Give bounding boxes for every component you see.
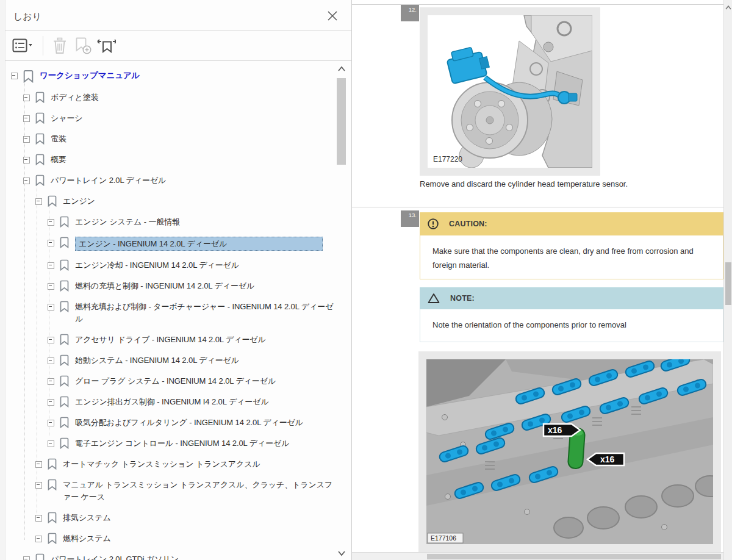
bookmark-item[interactable]: 電装 [5,129,336,149]
expand-toggle-icon[interactable] [23,136,30,143]
bookmark-label[interactable]: パワートレイン 2.0L ディーゼル [51,174,166,187]
bookmark-item[interactable]: 排気システム [5,508,336,528]
new-bookmark-icon[interactable] [73,37,93,55]
caution-text: Make sure that the components are clean,… [420,235,723,279]
expand-toggle-icon[interactable] [35,461,42,468]
close-icon[interactable] [326,10,339,22]
bookmark-label[interactable]: エンジン - INGENIUM 14 2.0L ディーゼル [75,237,323,251]
expand-toggle-icon[interactable] [48,357,54,364]
expand-toggle-icon[interactable] [35,515,42,522]
document-vertical-scrollbar[interactable] [723,0,732,560]
bookmark-label[interactable]: 始動システム - INGENIUM 14 2.0L ディーゼル [75,354,239,367]
note-text: Note the orientation of the components p… [420,309,723,342]
scroll-down-icon[interactable] [337,550,346,556]
bookmark-item[interactable]: パワートレイン 2.0L GTDi ガソリン [5,549,336,560]
expand-toggle-icon[interactable] [48,337,54,343]
scroll-up-icon[interactable] [725,5,732,10]
sidebar-scrollbar[interactable] [336,62,347,560]
expand-toggle-icon[interactable] [48,440,54,447]
bookmark-item[interactable]: 始動システム - INGENIUM 14 2.0L ディーゼル [5,350,336,371]
bookmark-item[interactable]: エンジン冷却 - INGENIUM 14 2.0L ディーゼル [5,255,336,276]
bookmark-item[interactable]: ワークショップマニュアル [5,65,336,87]
vertical-scrollbar-thumb[interactable] [725,262,731,305]
expand-toggle-icon[interactable] [23,115,30,122]
expand-toggle-icon[interactable] [48,262,54,269]
bookmark-label[interactable]: 燃料の充填と制御 - INGENIUM 14 2.0L ディーゼル [75,280,254,292]
expand-toggle-icon[interactable] [23,556,30,560]
bookmark-label[interactable]: グロー プラグ システム - INGENIUM 14 2.0L ディーゼル [75,375,276,387]
expand-toggle-icon[interactable] [23,157,30,163]
figure-label: E177220 [433,155,462,163]
bookmark-label[interactable]: エンジン冷却 - INGENIUM 14 2.0L ディーゼル [75,259,239,271]
document-horizontal-scrollbar[interactable] [352,552,723,560]
bookmark-icon [35,112,45,124]
bookmark-item[interactable]: 吸気分配およびフィルタリング - INGENIUM 14 2.0L ディーゼル [5,412,336,433]
bookmark-label[interactable]: ワークショップマニュアル [40,70,140,82]
expand-toggle-icon[interactable] [11,73,18,79]
bookmark-label[interactable]: ボディと塗装 [51,92,99,104]
bookmark-label[interactable]: 燃料システム [63,533,111,545]
document-page: 12. [352,0,723,552]
bookmark-item[interactable]: エンジン - INGENIUM 14 2.0L ディーゼル [5,232,336,255]
horizontal-scrollbar-thumb[interactable] [427,554,721,559]
engine-sensor-illustration [428,15,592,168]
expand-toggle-icon[interactable] [48,420,54,426]
bookmark-label[interactable]: エンジン [63,195,95,207]
bookmark-item[interactable]: ボディと塗装 [5,87,336,108]
bookmarks-toolbar [5,31,352,61]
bookmark-icon [60,237,69,248]
bookmark-item[interactable]: グロー プラグ システム - INGENIUM 14 2.0L ディーゼル [5,371,336,392]
bookmark-item[interactable]: オートマチック トランスミッション トランスアクスル [5,454,336,475]
bookmark-label[interactable]: 燃料充填および制御 - ターボチャージャー - INGENIUM 14 2.0L… [75,301,336,325]
callout-x16-left: x16 [587,453,624,465]
expand-toggle-icon[interactable] [35,198,42,205]
bookmark-item[interactable]: 燃料の充填と制御 - INGENIUM 14 2.0L ディーゼル [5,276,336,296]
bookmark-item[interactable]: エンジン [5,191,336,212]
expand-toggle-icon[interactable] [48,378,54,385]
delete-bookmark-icon[interactable] [50,37,70,55]
expand-toggle-icon[interactable] [48,304,54,311]
bookmark-label[interactable]: マニュアル トランスミッション トランスアクスル、クラッチ、トランスファー ケー… [63,479,336,503]
bookmark-label[interactable]: エンジン システム - 一般情報 [75,216,180,228]
bookmark-label[interactable]: 吸気分配およびフィルタリング - INGENIUM 14 2.0L ディーゼル [75,417,303,429]
bookmark-icon [35,553,45,560]
bookmark-label[interactable]: 電子エンジン コントロール - INGENIUM 14 2.0L ディーゼル [75,437,289,450]
bookmark-item[interactable]: エンジン システム - 一般情報 [5,212,336,232]
bookmarks-panel: しおり [0,0,352,560]
sidebar-scrollbar-thumb[interactable] [337,78,346,165]
tree-connector [24,74,25,540]
expand-toggle-icon[interactable] [23,178,30,184]
bookmark-label[interactable]: エンジン排出ガス制御 - INGENIUM I4 2.0L ディーゼル [75,396,269,408]
expand-toggle-icon[interactable] [48,283,54,290]
options-menu-icon[interactable] [12,37,32,55]
expand-toggle-icon[interactable] [48,219,54,226]
scroll-up-icon[interactable] [337,66,346,72]
bookmark-label[interactable]: 概要 [51,154,66,166]
expand-toggle-icon[interactable] [35,536,42,542]
bookmarks-panel-header: しおり [5,0,352,31]
bookmark-label[interactable]: オートマチック トランスミッション トランスアクスル [63,458,260,470]
bookmark-icon [60,354,69,366]
bookmark-item[interactable]: 電子エンジン コントロール - INGENIUM 14 2.0L ディーゼル [5,433,336,454]
bookmark-label[interactable]: シャーシ [51,112,83,124]
expand-current-bookmark-icon[interactable] [96,37,116,55]
bookmark-item[interactable]: 燃料充填および制御 - ターボチャージャー - INGENIUM 14 2.0L… [5,296,336,329]
expand-toggle-icon[interactable] [23,95,30,101]
expand-toggle-icon[interactable] [35,482,42,489]
bookmark-icon [48,458,57,470]
bookmark-label[interactable]: 電装 [51,133,66,145]
bookmark-item[interactable]: シャーシ [5,108,336,129]
bookmark-item[interactable]: アクセサリ ドライブ - INGENIUM 14 2.0L ディーゼル [5,329,336,350]
bookmark-label[interactable]: 排気システム [63,512,111,524]
expand-toggle-icon[interactable] [48,399,54,406]
bookmark-icon [23,70,34,83]
bookmark-item[interactable]: エンジン排出ガス制御 - INGENIUM I4 2.0L ディーゼル [5,392,336,412]
bookmark-label[interactable]: アクセサリ ドライブ - INGENIUM 14 2.0L ディーゼル [75,334,266,346]
expand-toggle-icon[interactable] [48,240,54,246]
bookmark-item[interactable]: 概要 [5,149,336,170]
bookmark-item[interactable]: マニュアル トランスミッション トランスアクスル、クラッチ、トランスファー ケー… [5,475,336,508]
bookmark-item[interactable]: パワートレイン 2.0L ディーゼル [5,170,336,191]
bookmark-tree: ワークショップマニュアル ボディと塗装 シャーシ 電装 概要 パワートレイン 2… [5,61,336,560]
bookmark-item[interactable]: 燃料システム [5,528,336,549]
bookmark-label[interactable]: パワートレイン 2.0L GTDi ガソリン [51,553,179,560]
